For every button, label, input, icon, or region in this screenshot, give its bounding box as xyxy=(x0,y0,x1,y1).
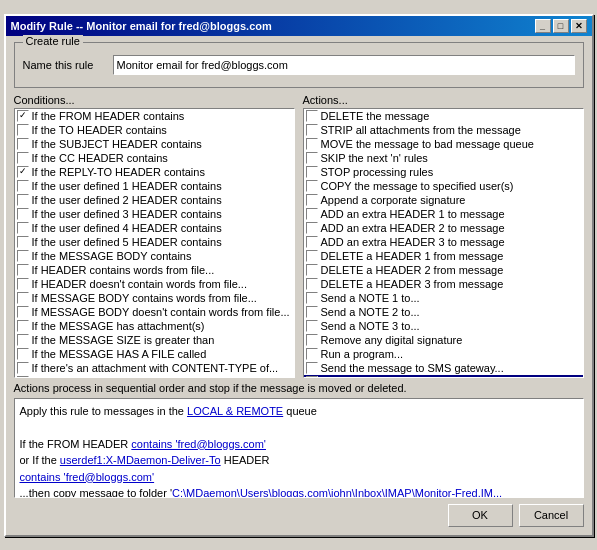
list-item-label: If the user defined 5 HEADER contains xyxy=(32,236,222,248)
from-header-link[interactable]: contains 'fred@bloggs.com' xyxy=(131,438,266,450)
list-item[interactable]: If the CC HEADER contains xyxy=(15,151,294,165)
checkbox[interactable] xyxy=(306,362,318,374)
actions-listbox[interactable]: DELETE the messageSTRIP all attachments … xyxy=(303,108,584,378)
list-item[interactable]: If the MESSAGE HAS A FILE called xyxy=(15,347,294,361)
list-item[interactable]: STRIP all attachments from the message xyxy=(304,123,583,137)
list-item[interactable]: If the MESSAGE has attachment(s) xyxy=(15,319,294,333)
list-item[interactable]: ADD an extra HEADER 2 to message xyxy=(304,221,583,235)
list-item[interactable]: STOP processing rules xyxy=(304,165,583,179)
folder-link[interactable]: C:\MDaemon\Users\bloggs.com\john\Inbox\I… xyxy=(172,487,502,498)
checkbox[interactable] xyxy=(17,152,29,164)
checkbox[interactable] xyxy=(17,166,29,178)
checkbox[interactable] xyxy=(17,124,29,136)
maximize-button[interactable]: □ xyxy=(553,19,569,33)
close-button[interactable]: ✕ xyxy=(571,19,587,33)
conditions-listbox[interactable]: If the FROM HEADER containsIf the TO HEA… xyxy=(14,108,295,378)
checkbox[interactable] xyxy=(306,250,318,262)
list-item[interactable]: Remove any digital signature xyxy=(304,333,583,347)
checkbox[interactable] xyxy=(306,152,318,164)
actions-label: Actions... xyxy=(303,94,584,106)
list-item[interactable]: Send the message to SMS gateway... xyxy=(304,361,583,375)
checkbox[interactable] xyxy=(17,222,29,234)
checkbox[interactable] xyxy=(306,278,318,290)
list-item[interactable]: If the user defined 3 HEADER contains xyxy=(15,207,294,221)
checkbox[interactable] xyxy=(306,348,318,360)
checkbox[interactable] xyxy=(306,292,318,304)
ok-button[interactable]: OK xyxy=(448,504,513,527)
list-item[interactable]: If the MESSAGE SIZE is greater than xyxy=(15,333,294,347)
checkbox[interactable] xyxy=(17,110,29,122)
checkbox[interactable] xyxy=(306,138,318,150)
list-item[interactable]: SKIP the next 'n' rules xyxy=(304,151,583,165)
list-item-label: DELETE the message xyxy=(321,110,430,122)
list-item[interactable]: If the TO HEADER contains xyxy=(15,123,294,137)
list-item[interactable]: COPY the message to specified user(s) xyxy=(304,179,583,193)
list-item[interactable]: Send a NOTE 3 to... xyxy=(304,319,583,333)
list-item[interactable]: ADD an extra HEADER 1 to message xyxy=(304,207,583,221)
list-item[interactable]: If the SUBJECT HEADER contains xyxy=(15,137,294,151)
list-item[interactable]: If the user defined 2 HEADER contains xyxy=(15,193,294,207)
checkbox[interactable] xyxy=(306,110,318,122)
checkbox[interactable] xyxy=(17,264,29,276)
list-item[interactable]: If HEADER doesn't contain words from fil… xyxy=(15,277,294,291)
checkbox[interactable] xyxy=(306,222,318,234)
checkbox[interactable] xyxy=(306,236,318,248)
queue-link[interactable]: LOCAL & REMOTE xyxy=(187,405,283,417)
checkbox[interactable] xyxy=(17,250,29,262)
list-item[interactable]: If the user defined 5 HEADER contains xyxy=(15,235,294,249)
checkbox[interactable] xyxy=(306,180,318,192)
list-item[interactable]: Send a NOTE 1 to... xyxy=(304,291,583,305)
cancel-button[interactable]: Cancel xyxy=(519,504,584,527)
checkbox[interactable] xyxy=(306,376,318,378)
checkbox[interactable] xyxy=(17,376,29,378)
list-item[interactable]: Send a NOTE 2 to... xyxy=(304,305,583,319)
list-item[interactable]: Append a corporate signature xyxy=(304,193,583,207)
checkbox[interactable] xyxy=(306,124,318,136)
checkbox[interactable] xyxy=(17,306,29,318)
name-input[interactable] xyxy=(113,55,575,75)
minimize-button[interactable]: _ xyxy=(535,19,551,33)
list-item[interactable]: ADD an extra HEADER 3 to message xyxy=(304,235,583,249)
list-item[interactable]: DELETE a HEADER 1 from message xyxy=(304,249,583,263)
list-item-label: If the TO HEADER contains xyxy=(32,124,167,136)
list-item[interactable]: If the MESSAGE BODY contains xyxy=(15,249,294,263)
checkbox[interactable] xyxy=(17,194,29,206)
checkbox[interactable] xyxy=(306,194,318,206)
userdef-link[interactable]: userdef1:X-MDaemon-Deliver-To xyxy=(60,454,221,466)
checkbox[interactable] xyxy=(17,278,29,290)
list-item[interactable]: DELETE a HEADER 3 from message xyxy=(304,277,583,291)
list-item[interactable]: If the user defined 4 HEADER contains xyxy=(15,221,294,235)
checkbox[interactable] xyxy=(306,306,318,318)
list-item[interactable]: If the user defined 1 HEADER contains xyxy=(15,179,294,193)
list-item[interactable]: If EXIT CODE from 'Run a program' is equ… xyxy=(15,375,294,378)
list-item[interactable]: If the REPLY-TO HEADER contains xyxy=(15,165,294,179)
list-item[interactable]: If the FROM HEADER contains xyxy=(15,109,294,123)
checkbox[interactable] xyxy=(17,180,29,192)
checkbox[interactable] xyxy=(306,166,318,178)
checkbox[interactable] xyxy=(306,334,318,346)
list-item[interactable]: DELETE the message xyxy=(304,109,583,123)
list-item[interactable]: Run a program... xyxy=(304,347,583,361)
checkbox[interactable] xyxy=(17,320,29,332)
checkbox[interactable] xyxy=(17,292,29,304)
checkbox[interactable] xyxy=(17,138,29,150)
checkbox[interactable] xyxy=(306,320,318,332)
list-item[interactable]: MOVE the message to bad message queue xyxy=(304,137,583,151)
list-item[interactable]: If MESSAGE BODY contains words from file… xyxy=(15,291,294,305)
checkbox[interactable] xyxy=(17,348,29,360)
checkbox[interactable] xyxy=(17,208,29,220)
list-item[interactable]: If there's an attachment with CONTENT-TY… xyxy=(15,361,294,375)
main-window: Modify Rule -- Monitor email for fred@bl… xyxy=(4,14,594,537)
list-item[interactable]: If HEADER contains words from file... xyxy=(15,263,294,277)
status-text: Actions process in sequential order and … xyxy=(14,382,584,394)
checkbox[interactable] xyxy=(306,208,318,220)
checkbox[interactable] xyxy=(17,236,29,248)
contains-link[interactable]: contains 'fred@bloggs.com' xyxy=(20,471,155,483)
list-item[interactable]: If MESSAGE BODY doesn't contain words fr… xyxy=(15,305,294,319)
checkbox[interactable] xyxy=(17,362,29,374)
checkbox[interactable] xyxy=(17,334,29,346)
list-item-label: Remove any digital signature xyxy=(321,334,463,346)
list-item[interactable]: COPY the message to FOLDER... xyxy=(304,375,583,378)
checkbox[interactable] xyxy=(306,264,318,276)
list-item[interactable]: DELETE a HEADER 2 from message xyxy=(304,263,583,277)
